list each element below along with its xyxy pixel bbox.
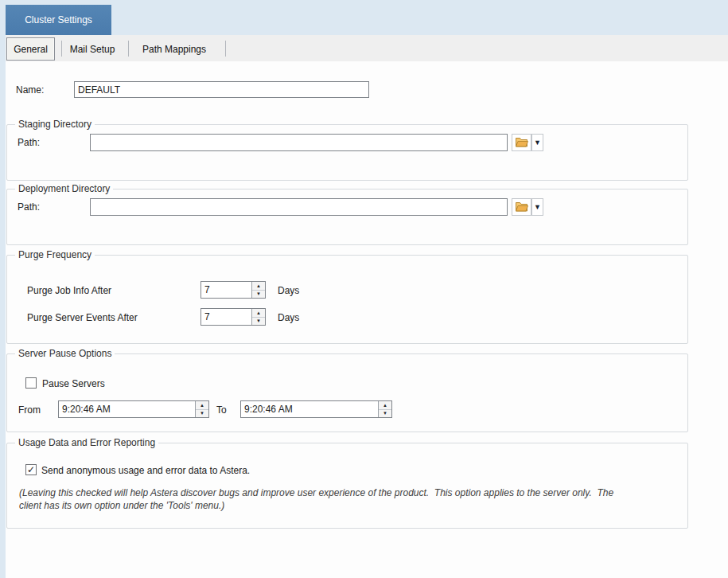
purge-frequency-title: Purge Frequency — [15, 249, 95, 260]
pause-from-time-picker[interactable]: 9:20:46 AM ▲ ▼ — [58, 400, 209, 418]
server-pause-options-group: Server Pause Options — [6, 353, 688, 432]
purge-job-info-label: Purge Job Info After — [27, 285, 111, 296]
tab-separator — [61, 41, 62, 57]
usage-data-title: Usage Data and Error Reporting — [15, 437, 158, 448]
tab-separator — [225, 41, 226, 57]
deployment-path-input[interactable] — [90, 198, 508, 216]
pause-to-spin-buttons[interactable]: ▲ ▼ — [378, 401, 391, 417]
check-icon: ✓ — [27, 465, 35, 475]
spin-up-icon[interactable]: ▲ — [252, 309, 265, 318]
pause-from-label: From — [18, 404, 41, 416]
tab-general[interactable]: General — [6, 37, 55, 61]
deployment-directory-group: Deployment Directory — [6, 189, 688, 245]
usage-data-group: Usage Data and Error Reporting — [6, 443, 688, 529]
staging-path-input[interactable] — [90, 134, 508, 151]
tab-mail-setup-label: Mail Setup — [70, 44, 115, 55]
deployment-browse-button[interactable] — [512, 198, 531, 216]
cluster-settings-window: Cluster Settings General Mail Setup Path… — [0, 0, 728, 578]
pause-to-label: To — [216, 404, 227, 416]
deployment-directory-title: Deployment Directory — [15, 183, 113, 194]
spin-down-icon[interactable]: ▼ — [379, 410, 391, 418]
purge-server-events-value: 7 — [201, 309, 251, 325]
staging-path-label: Path: — [18, 137, 40, 148]
spin-up-icon[interactable]: ▲ — [379, 401, 391, 410]
spin-down-icon[interactable]: ▼ — [252, 318, 265, 326]
purge-server-events-spin-buttons[interactable]: ▲ ▼ — [251, 309, 265, 325]
name-input[interactable] — [74, 81, 369, 98]
purge-job-info-value: 7 — [201, 282, 251, 298]
tab-general-label: General — [14, 44, 48, 55]
send-usage-checkbox[interactable]: ✓ — [25, 464, 37, 475]
deployment-path-label: Path: — [18, 201, 40, 213]
purge-frequency-group: Purge Frequency — [6, 255, 688, 344]
pause-from-time-value: 9:20:46 AM — [59, 401, 195, 417]
staging-directory-group: Staging Directory — [6, 124, 688, 181]
usage-note: (Leaving this checked will help Astera d… — [19, 486, 624, 512]
chevron-down-icon: ▼ — [534, 139, 541, 146]
spin-down-icon[interactable]: ▼ — [196, 410, 208, 418]
server-pause-options-title: Server Pause Options — [15, 348, 115, 359]
staging-browse-dropdown-button[interactable]: ▼ — [531, 134, 543, 151]
purge-server-events-spinner[interactable]: 7 ▲ ▼ — [200, 308, 266, 326]
tab-path-mappings[interactable]: Path Mappings — [130, 38, 218, 61]
tab-path-mappings-label: Path Mappings — [142, 44, 206, 55]
name-label: Name: — [16, 84, 44, 96]
folder-open-icon — [515, 136, 528, 150]
tab-separator — [128, 41, 129, 57]
deployment-browse-dropdown-button[interactable]: ▼ — [531, 198, 543, 216]
purge-job-info-spin-buttons[interactable]: ▲ ▼ — [251, 282, 265, 298]
document-tab-band: Cluster Settings — [0, 0, 728, 35]
staging-browse-button[interactable] — [512, 134, 531, 151]
chevron-down-icon: ▼ — [534, 204, 541, 211]
staging-directory-title: Staging Directory — [15, 119, 95, 130]
send-usage-label: Send anonymous usage and error data to A… — [41, 465, 250, 476]
purge-job-info-spinner[interactable]: 7 ▲ ▼ — [200, 281, 266, 299]
pause-to-time-value: 9:20:46 AM — [241, 401, 378, 417]
spin-up-icon[interactable]: ▲ — [252, 282, 265, 291]
pause-to-time-picker[interactable]: 9:20:46 AM ▲ ▼ — [240, 400, 392, 418]
spin-down-icon[interactable]: ▼ — [252, 291, 265, 299]
spin-up-icon[interactable]: ▲ — [196, 401, 208, 410]
document-well-left-edge — [0, 35, 6, 578]
purge-server-events-unit: Days — [278, 312, 299, 323]
document-tab-cluster-settings[interactable]: Cluster Settings — [6, 5, 111, 35]
purge-server-events-label: Purge Server Events After — [27, 312, 138, 323]
purge-job-info-unit: Days — [278, 285, 299, 296]
pause-from-spin-buttons[interactable]: ▲ ▼ — [195, 401, 208, 417]
document-tab-label: Cluster Settings — [25, 14, 92, 25]
folder-open-icon — [515, 201, 528, 214]
pause-servers-label: Pause Servers — [42, 378, 105, 389]
tab-mail-setup[interactable]: Mail Setup — [64, 38, 121, 61]
pause-servers-checkbox[interactable] — [25, 377, 37, 389]
